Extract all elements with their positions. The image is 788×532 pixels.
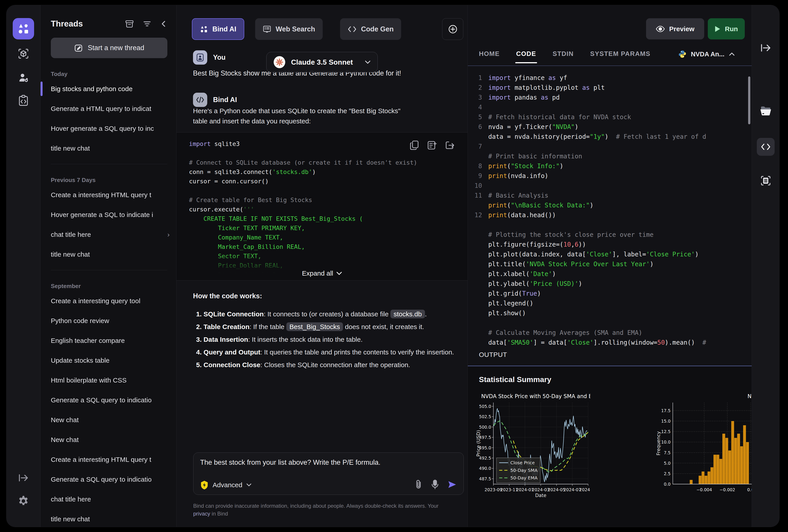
tab-bind-ai[interactable]: Bind AI (192, 18, 244, 40)
code-line (468, 220, 752, 230)
thread-item[interactable]: chat title here (41, 489, 176, 509)
assistant-avatar (193, 93, 207, 107)
tab-web-search-label: Web Search (276, 25, 315, 33)
thread-item[interactable]: title new chat (41, 138, 176, 158)
svg-text:2023-09: 2023-09 (485, 487, 502, 492)
code-line: 1import yfinance as yf (468, 73, 752, 83)
svg-text:50-Day SMA: 50-Day SMA (510, 468, 537, 473)
thread-item[interactable]: Create a interesting query tool (41, 291, 176, 311)
file-tab[interactable]: NVDA An... (678, 50, 735, 58)
expand-all-button[interactable]: Expand all (302, 270, 342, 277)
thread-item[interactable]: Generate a SQL query to indicatio (41, 469, 176, 489)
archive-icon[interactable] (124, 19, 134, 29)
tab-code-gen[interactable]: Code Gen (340, 18, 401, 40)
svg-text:Price (USD): Price (USD) (476, 430, 481, 456)
editor-tab-code[interactable]: CODE (516, 50, 536, 63)
mic-icon[interactable] (431, 479, 439, 490)
thread-item[interactable]: New chat (41, 410, 176, 430)
editor-tab-stdin[interactable]: STDIN (553, 50, 574, 63)
section-label: September (51, 283, 176, 290)
send-icon[interactable] (448, 480, 457, 489)
thread-item[interactable]: Create a interesting HTML query t (41, 185, 176, 205)
copy-code-icon[interactable] (410, 140, 419, 150)
filter-icon[interactable] (142, 19, 152, 28)
document-scan-icon[interactable] (759, 174, 773, 188)
user-settings-icon[interactable] (17, 71, 30, 85)
thread-item[interactable]: Html boilerplate with CSS (41, 370, 176, 390)
svg-text:Frequency: Frequency (656, 431, 661, 456)
editor-tab-system-params[interactable]: SYSTEM PARAMS (590, 50, 650, 63)
web-search-tab-icon (263, 25, 271, 33)
output-label: OUTPUT (479, 351, 507, 358)
editor-tab-home[interactable]: HOME (479, 50, 500, 63)
thread-item[interactable]: Hover generate a SQL to indicate i (41, 205, 176, 224)
code-line: 11# Basic Analysis (468, 191, 752, 200)
open-in-editor-icon[interactable] (445, 140, 455, 150)
svg-text:2.5: 2.5 (664, 471, 671, 476)
model-selector[interactable]: Claude 3.5 Sonnet (266, 52, 378, 73)
thread-item[interactable]: chat title here› (41, 224, 176, 244)
tab-web-search[interactable]: Web Search (255, 18, 323, 40)
code-line: Company_Name TEXT, (189, 233, 468, 242)
settings-gear-icon[interactable] (17, 494, 30, 508)
editor-scrollbar[interactable] (748, 76, 750, 124)
how-item: 3. Data Insertion: It inserts the stock … (196, 333, 458, 346)
how-it-works: How the code works: 1. SQLite Connection… (193, 292, 458, 371)
add-tab-button[interactable] (442, 18, 463, 40)
plus-icon (448, 24, 458, 34)
svg-text:487.5: 487.5 (479, 476, 491, 481)
code-view-icon[interactable] (757, 138, 775, 156)
how-item: 4. Query and Output: It queries the tabl… (196, 346, 458, 358)
clipboard-code-icon[interactable] (17, 94, 30, 107)
files-folder-icon[interactable] (759, 103, 773, 117)
thread-item[interactable]: Update stocks table (41, 351, 176, 370)
advanced-badge-icon (200, 480, 209, 490)
code-line: # Create table for Best Big Stocks (189, 195, 468, 205)
thread-item[interactable]: New chat (41, 430, 176, 450)
thread-item[interactable]: Generate a SQL query to indicatio (41, 390, 176, 410)
returns-histogram: 0.02.55.07.510.012.515.017.5−0.004−0.002… (656, 392, 752, 499)
insert-code-icon[interactable] (427, 140, 437, 150)
editor-code[interactable]: 1import yfinance as yf2import matplotlib… (468, 66, 752, 348)
start-new-thread-button[interactable]: Start a new thread (51, 38, 168, 58)
right-rail (752, 5, 779, 527)
user-avatar (193, 50, 207, 65)
chevron-down-icon (336, 271, 342, 275)
preview-label: Preview (669, 25, 694, 33)
code-line: plt.show() (468, 308, 752, 318)
thread-item[interactable]: Big stocks and python code (41, 79, 176, 99)
chat-input[interactable]: The best stock from your list above? Wri… (193, 452, 464, 495)
thread-item[interactable]: Python code review (41, 311, 176, 331)
thread-item[interactable]: Generate a HTML query to indicat (41, 99, 176, 119)
code-line: 12print(data.head()) (468, 210, 752, 220)
attach-file-icon[interactable] (414, 480, 422, 490)
code-line: plt.figure(figsize=(10,6)) (468, 240, 752, 250)
preview-button[interactable]: Preview (646, 18, 704, 39)
assistant-name: Bind AI (213, 96, 237, 104)
collapse-threads-icon[interactable] (160, 20, 168, 28)
scan-cube-icon[interactable] (17, 47, 30, 60)
privacy-link[interactable]: privacy (193, 511, 210, 517)
mode-selector[interactable]: Advanced (200, 480, 252, 490)
code-line: Market_Cap_Billion REAL, (189, 242, 468, 252)
bind-app-logo[interactable] (13, 18, 34, 39)
thread-item[interactable]: Hover generate a SQL query to inc (41, 119, 176, 138)
thread-item[interactable]: Create a interesting HTML query t (41, 450, 176, 469)
svg-text:NVDA D: NVDA D (747, 393, 752, 399)
thread-item[interactable]: English teacher compare (41, 331, 176, 351)
threads-title: Threads (51, 19, 124, 28)
code-line: cursor = conn.cursor() (189, 177, 468, 186)
collapse-sidebar-icon[interactable] (17, 471, 30, 485)
code-line: # Print basic information (468, 152, 752, 161)
code-line: conn = sqlite3.connect('stocks.db') (189, 167, 468, 177)
svg-text:2024-03: 2024-03 (532, 487, 550, 492)
thread-item[interactable]: title new chat (41, 244, 176, 264)
python-icon (678, 50, 686, 58)
chevron-down-icon (246, 483, 252, 487)
expand-panel-icon[interactable] (759, 41, 773, 55)
model-name: Claude 3.5 Sonnet (291, 58, 359, 66)
run-button[interactable]: Run (708, 18, 745, 39)
thread-item[interactable]: title new chat (41, 509, 176, 527)
svg-text:505.0: 505.0 (479, 404, 491, 409)
svg-text:12.5: 12.5 (661, 429, 671, 434)
